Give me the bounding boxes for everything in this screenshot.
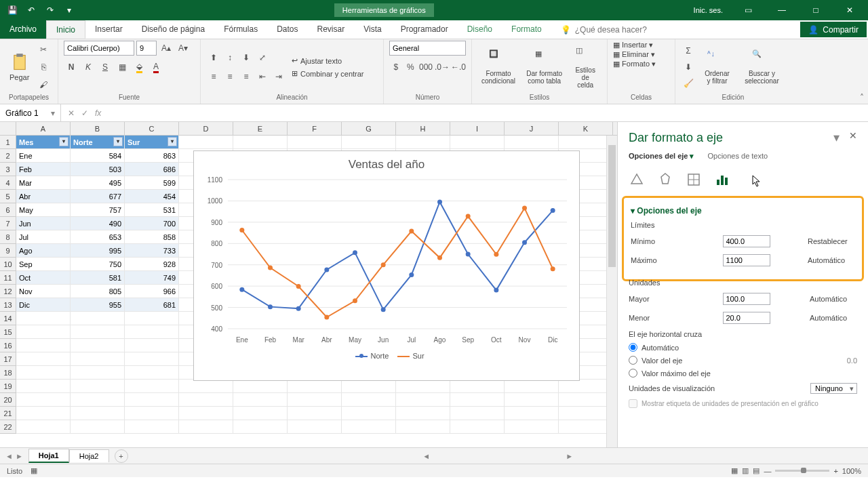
row-header[interactable]: 22 — [0, 420, 16, 434]
filter-button-icon[interactable]: ▾ — [59, 137, 68, 146]
cell[interactable]: 503 — [71, 163, 125, 176]
undo-icon[interactable]: ↶ — [26, 5, 37, 16]
cell[interactable] — [16, 312, 71, 325]
cell[interactable] — [179, 380, 233, 393]
cell[interactable] — [125, 352, 179, 366]
column-header[interactable]: A — [16, 122, 71, 135]
share-button[interactable]: 👤 Compartir — [800, 22, 867, 37]
axis-minor-auto-button[interactable]: Automático — [810, 314, 857, 322]
column-header[interactable]: C — [125, 122, 179, 135]
axis-major-auto-button[interactable]: Automático — [810, 295, 857, 303]
cell[interactable] — [559, 136, 613, 149]
cell[interactable] — [16, 393, 71, 407]
zoom-level[interactable]: 100% — [842, 467, 861, 475]
cell[interactable] — [233, 420, 288, 434]
tab-review[interactable]: Revisar — [308, 20, 355, 39]
display-units-select[interactable]: Ninguno — [810, 383, 857, 394]
cell[interactable]: 581 — [71, 271, 125, 285]
fill-line-icon[interactable] — [629, 171, 645, 188]
fill-icon[interactable]: ⬇ — [681, 60, 696, 75]
cell[interactable]: Abr — [16, 190, 71, 203]
cell[interactable] — [505, 380, 559, 393]
copy-icon[interactable]: ⎘ — [36, 60, 51, 75]
row-header[interactable]: 13 — [0, 298, 16, 312]
currency-icon[interactable]: $ — [389, 60, 403, 75]
filter-button-icon[interactable]: ▾ — [167, 137, 177, 146]
cell[interactable]: Nov — [16, 285, 71, 298]
cell[interactable]: Ago — [16, 244, 71, 258]
cell[interactable] — [288, 407, 342, 420]
cell[interactable] — [505, 136, 559, 149]
cell[interactable] — [342, 380, 396, 393]
macro-record-icon[interactable]: ▦ — [31, 466, 37, 475]
align-right-icon[interactable]: ≡ — [239, 69, 254, 84]
cell[interactable] — [450, 393, 505, 407]
tab-formulas[interactable]: Fórmulas — [214, 20, 267, 39]
row-header[interactable]: 21 — [0, 407, 16, 420]
cell[interactable]: Ene — [16, 149, 71, 163]
cell[interactable] — [71, 312, 125, 325]
row-header[interactable]: 20 — [0, 393, 16, 407]
row-header[interactable]: 4 — [0, 176, 16, 190]
effects-icon[interactable] — [657, 171, 673, 188]
cell[interactable]: 653 — [71, 230, 125, 244]
cell[interactable] — [396, 407, 450, 420]
zoom-slider[interactable] — [775, 470, 829, 472]
cell[interactable]: 733 — [125, 244, 179, 258]
cell[interactable] — [450, 136, 505, 149]
tab-home[interactable]: Inicio — [46, 20, 85, 39]
size-properties-icon[interactable] — [686, 171, 702, 188]
chart-plot-area[interactable]: 40050060070080090010001100EneFebMarAbrMa… — [194, 173, 580, 349]
close-button[interactable]: ✕ — [834, 0, 865, 20]
column-header[interactable]: E — [233, 122, 288, 135]
cell[interactable] — [396, 393, 450, 407]
wrap-text-button[interactable]: ↩Ajustar texto — [292, 56, 364, 65]
cell[interactable]: 531 — [125, 203, 179, 217]
tab-page-layout[interactable]: Diseño de página — [132, 20, 214, 39]
cell[interactable] — [16, 407, 71, 420]
axis-minor-input[interactable] — [723, 312, 770, 324]
pane-tab-axis-options[interactable]: Opciones del eje ▾ — [629, 152, 694, 161]
cell[interactable] — [559, 393, 613, 407]
cancel-formula-icon[interactable]: ✕ — [68, 108, 75, 118]
cell[interactable]: Jun — [16, 217, 71, 230]
border-button[interactable]: ▦ — [115, 60, 130, 75]
cell[interactable] — [179, 420, 233, 434]
cell[interactable]: 681 — [125, 298, 179, 312]
cell[interactable] — [288, 393, 342, 407]
cell[interactable] — [559, 380, 613, 393]
cell[interactable]: Jul — [16, 230, 71, 244]
cell[interactable] — [71, 380, 125, 393]
tab-view[interactable]: Vista — [354, 20, 391, 39]
comma-icon[interactable]: 000 — [418, 60, 433, 75]
cell[interactable] — [559, 407, 613, 420]
ribbon-display-icon[interactable]: ▭ — [732, 0, 764, 20]
decrease-font-icon[interactable]: A▾ — [176, 41, 191, 56]
cell-styles-button[interactable]: ◫Estilos de celda — [569, 45, 601, 90]
maximize-button[interactable]: □ — [800, 0, 831, 20]
italic-button[interactable]: K — [81, 60, 96, 75]
tell-me-search[interactable]: 💡 ¿Qué desea hacer? — [551, 20, 800, 39]
row-header[interactable]: 16 — [0, 339, 16, 352]
cell[interactable]: Mes▾ — [16, 136, 71, 149]
cell[interactable] — [125, 366, 179, 380]
number-format-combo[interactable] — [389, 41, 466, 56]
cell[interactable] — [125, 312, 179, 325]
align-top-icon[interactable]: ⬆ — [206, 50, 221, 65]
cell[interactable]: Norte▾ — [71, 136, 125, 149]
cell[interactable] — [16, 420, 71, 434]
row-header[interactable]: 7 — [0, 217, 16, 230]
cell[interactable]: May — [16, 203, 71, 217]
clear-icon[interactable]: 🧹 — [681, 76, 696, 91]
pane-options-icon[interactable]: ▾ — [833, 130, 840, 145]
row-header[interactable]: 17 — [0, 352, 16, 366]
column-header[interactable]: F — [288, 122, 342, 135]
horizontal-scrollbar[interactable]: ◄► — [128, 452, 869, 460]
cell[interactable] — [288, 136, 342, 149]
cell[interactable] — [125, 380, 179, 393]
font-size-combo[interactable] — [136, 41, 157, 56]
column-header[interactable]: K — [559, 122, 613, 135]
cell[interactable]: 750 — [71, 258, 125, 271]
chart-title[interactable]: Ventas del año — [194, 151, 579, 173]
cell[interactable] — [16, 380, 71, 393]
